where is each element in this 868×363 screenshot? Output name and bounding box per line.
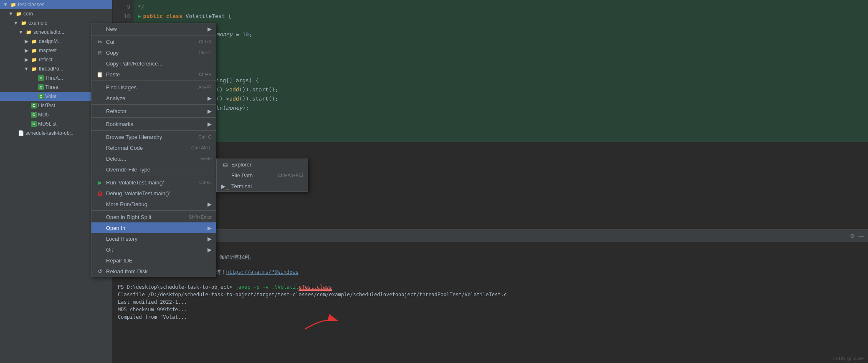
separator-4 — [91, 117, 216, 118]
shortcut-paste: Ctrl+V — [199, 72, 212, 77]
shortcut-browse: Ctrl+G — [198, 134, 212, 139]
menu-item-browse-hierarchy[interactable]: Browse Type Hierarchy Ctrl+G — [91, 131, 216, 142]
menu-item-local-history[interactable]: Local History ▶ — [91, 233, 216, 244]
code-line-add-decl: static void add(){ — [134, 39, 868, 48]
tree-label: designM... — [39, 38, 62, 44]
debug-icon: 🐞 — [96, 190, 104, 197]
submenu-item-file-path[interactable]: File Path Ctrl+Alt+F12 — [217, 170, 308, 181]
run-button[interactable]: ▶ — [138, 13, 141, 19]
spacer-icon — [30, 84, 37, 91]
menu-label-copy: Copy — [106, 50, 119, 56]
menu-item-open-in[interactable]: Open In ▶ — [91, 222, 216, 233]
menu-item-cut[interactable]: ✂ Cut Ctrl+X — [91, 36, 216, 47]
menu-label-more-run: More Run/Debug — [106, 201, 147, 207]
shortcut-file-path: Ctrl+Alt+F12 — [278, 173, 304, 178]
menu-item-paste[interactable]: 📋 Paste Ctrl+V — [91, 69, 216, 80]
terminal-panel: Terminal: Local × Local (2) ⚙ — Windows … — [113, 229, 868, 363]
menu-item-reformat[interactable]: Reformat Code Ctrl+Alt+L — [91, 142, 216, 153]
class-icon: C — [31, 121, 37, 127]
menu-item-repair-ide[interactable]: Repair IDE — [91, 255, 216, 266]
folder-icon: 📁 — [31, 66, 38, 72]
menu-label-analyze: Analyze — [106, 95, 125, 101]
tree-label: Volat — [45, 93, 56, 99]
shortcut-copy: Ctrl+C — [199, 50, 212, 55]
spacer-icon — [23, 102, 30, 109]
explorer-icon: 🗂 — [221, 161, 229, 168]
shortcut-delete: Delete — [198, 156, 212, 161]
submenu-label-explorer: Explorer — [231, 161, 251, 168]
terminal-line-powershell: Windows PowerShell — [118, 246, 863, 253]
arrow-icon-analyze: ▶ — [208, 95, 212, 101]
folder-icon: 📁 — [31, 38, 38, 45]
separator-3 — [91, 104, 216, 105]
expand-icon: ▼ — [8, 10, 14, 17]
arrow-icon-git: ▶ — [208, 247, 212, 253]
separator-5 — [91, 130, 216, 131]
expand-icon: ▼ — [18, 29, 24, 35]
context-menu: New ▶ ✂ Cut Ctrl+X ⎘ Copy Ctrl+C Copy Pa… — [91, 23, 216, 277]
menu-label-cut: Cut — [106, 39, 114, 45]
menu-item-more-run[interactable]: More Run/Debug ▶ — [91, 199, 216, 209]
code-line-thread2: Thread( target: ()->add()).start(); — [134, 94, 868, 103]
menu-item-run[interactable]: ▶ Run 'VolatileTest.main()' Ctrl+3 — [91, 177, 216, 188]
url-link[interactable]: https://aka.ms/PSWindows — [226, 269, 298, 275]
code-line-sub-body: ey-=5; — [134, 66, 868, 76]
menu-item-analyze[interactable]: Analyze ▶ — [91, 93, 216, 103]
menu-label-local-history: Local History — [106, 236, 137, 242]
menu-label-reformat: Reformat Code — [106, 145, 143, 151]
menu-label-find-usages: Find Usages — [106, 84, 137, 91]
menu-label-browse: Browse Type Hierarchy — [106, 134, 162, 140]
separator-7 — [91, 210, 216, 211]
code-line-empty — [134, 20, 868, 30]
tree-label: scheduledlo... — [33, 29, 64, 35]
menu-item-reload[interactable]: ↺ Reload from Disk — [91, 266, 216, 277]
spacer-icon — [30, 75, 37, 81]
watermark: CSDN @Lovee — [833, 356, 864, 361]
menu-label-override: Override File Type — [106, 166, 150, 173]
folder-icon: 📁 — [10, 1, 17, 8]
class-icon: C — [31, 103, 37, 108]
folder-icon: 📁 — [20, 20, 27, 26]
arrow-icon-bookmarks: ▶ — [208, 121, 212, 127]
tree-label: MD5List — [38, 121, 56, 127]
reload-icon: ↺ — [96, 268, 104, 275]
tree-item-com[interactable]: ▼ 📁 com — [0, 9, 112, 18]
terminal-command-green: javap -p -v .\Volatil — [235, 284, 299, 290]
menu-label-open-right: Open in Right Split — [106, 214, 151, 220]
tree-item-test-classes[interactable]: ▼ 📁 test-classes — [0, 0, 112, 9]
tree-label: ThreA... — [45, 75, 63, 81]
menu-item-git[interactable]: Git ▶ — [91, 244, 216, 255]
arrow-icon-open-in: ▶ — [208, 225, 212, 231]
menu-item-copy[interactable]: ⎘ Copy Ctrl+C — [91, 47, 216, 58]
shortcut-find: Alt+F7 — [198, 85, 212, 90]
menu-label-open-in: Open In — [106, 225, 125, 231]
menu-item-delete[interactable]: Delete... Delete — [91, 153, 216, 164]
tree-label: example — [28, 20, 47, 26]
menu-label-run: Run 'VolatileTest.main()' — [106, 179, 164, 186]
shortcut-split: Shift+Enter — [189, 214, 212, 219]
spacer-icon — [30, 93, 37, 100]
terminal-line-md5: MD5 checksum 999fcfe... — [118, 306, 863, 313]
terminal-line-compiled: Compiled from "Volat... — [118, 313, 863, 321]
run-icon: ▶ — [96, 179, 104, 186]
menu-item-open-right-split[interactable]: Open in Right Split Shift+Enter — [91, 212, 216, 222]
gear-icon[interactable]: ⚙ — [850, 233, 855, 239]
shortcut-cut: Ctrl+X — [199, 39, 212, 44]
spacer-icon — [23, 121, 30, 127]
open-in-submenu: 🗂 Explorer File Path Ctrl+Alt+F12 ▶_ Ter… — [216, 159, 308, 192]
expand-icon: ▼ — [13, 20, 19, 26]
menu-item-override-type[interactable]: Override File Type — [91, 164, 216, 175]
menu-item-debug[interactable]: 🐞 Debug 'VolatileTest.main()' — [91, 188, 216, 199]
menu-item-refactor[interactable]: Refactor ▶ — [91, 106, 216, 116]
expand-icon: ▶ — [23, 56, 30, 63]
code-line-9: */ — [134, 2, 868, 11]
submenu-item-explorer[interactable]: 🗂 Explorer — [217, 159, 308, 170]
class-icon: C — [31, 112, 37, 118]
menu-item-bookmarks[interactable]: Bookmarks ▶ — [91, 118, 216, 129]
submenu-item-terminal[interactable]: ▶_ Terminal — [217, 181, 308, 192]
menu-item-find-usages[interactable]: Find Usages Alt+F7 — [91, 82, 216, 93]
menu-item-copy-path[interactable]: Copy Path/Reference... — [91, 58, 216, 69]
menu-item-new[interactable]: New ▶ — [91, 23, 216, 34]
shortcut-reformat: Ctrl+Alt+L — [191, 145, 212, 150]
minimize-icon[interactable]: — — [858, 233, 864, 239]
